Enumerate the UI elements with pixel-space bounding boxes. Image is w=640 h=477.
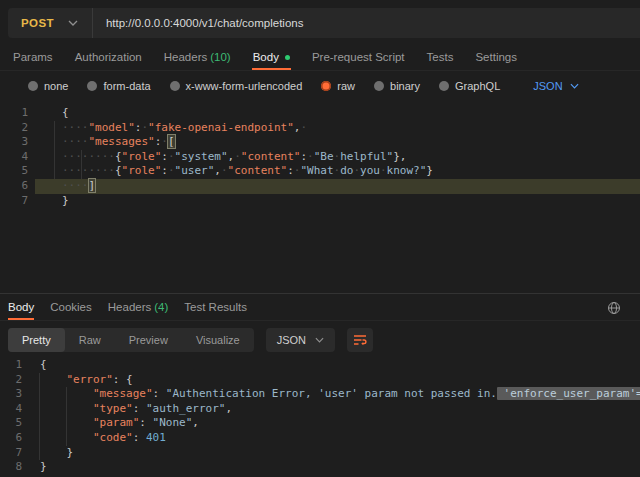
radio-form-data[interactable]: form-data <box>87 80 150 92</box>
radio-binary[interactable]: binary <box>374 80 420 92</box>
response-view-switcher: Pretty Raw Preview Visualize <box>8 328 254 352</box>
line-number: 5 <box>0 164 35 179</box>
request-body-editor[interactable]: 1{2····"model":·"fake-openai-endpoint",·… <box>0 102 640 297</box>
radio-label: form-data <box>103 80 150 92</box>
line-number: 4 <box>0 402 22 417</box>
radio-label: raw <box>337 80 355 92</box>
radio-icon <box>87 81 97 91</box>
code-line: 6 "code": 401 <box>0 431 640 446</box>
wrap-text-icon <box>353 334 367 346</box>
response-format-value: JSON <box>277 334 306 346</box>
tab-params[interactable]: Params <box>2 44 64 70</box>
divider <box>92 8 93 38</box>
line-number: 8 <box>0 460 22 475</box>
view-pretty[interactable]: Pretty <box>8 328 65 352</box>
line-number: 4 <box>0 150 35 165</box>
radio-icon <box>374 81 384 91</box>
tab-body[interactable]: Body <box>242 44 301 70</box>
line-number: 6 <box>0 431 22 446</box>
globe-icon[interactable] <box>606 300 622 316</box>
radio-raw[interactable]: raw <box>321 80 355 92</box>
code-line: 7 } <box>0 446 640 461</box>
radio-graphql[interactable]: GraphQL <box>439 80 500 92</box>
url-input[interactable]: http://0.0.0.0:4000/v1/chat/completions <box>106 17 304 29</box>
tab-response-headers-label: Headers <box>108 301 151 313</box>
tab-body-label: Body <box>253 51 279 63</box>
code-line: 3····"messages":·[ <box>0 135 640 150</box>
line-number: 7 <box>0 194 35 209</box>
view-visualize[interactable]: Visualize <box>182 328 254 352</box>
radio-label: GraphQL <box>455 80 500 92</box>
response-tabs: Body Cookies Headers(4) Test Results <box>0 294 640 321</box>
code-line: 5 "param": "None", <box>0 416 640 431</box>
tab-response-body[interactable]: Body <box>0 294 42 320</box>
response-body-editor[interactable]: 1{2 "error": {3 "message": "Authenticati… <box>0 356 640 477</box>
line-number: 5 <box>0 416 22 431</box>
raw-format-value: JSON <box>533 80 562 92</box>
code-line: 1{ <box>0 358 640 373</box>
code-line: 6····] <box>0 179 640 194</box>
radio-label: x-www-form-urlencoded <box>186 80 303 92</box>
response-headers-count-badge: (4) <box>154 301 168 313</box>
response-view-toolbar: Pretty Raw Preview Visualize JSON <box>8 328 373 352</box>
tab-headers-label: Headers <box>164 51 207 63</box>
code-line: 4 "type": "auth_error", <box>0 402 640 417</box>
tab-authorization[interactable]: Authorization <box>64 44 153 70</box>
request-url-bar: POST http://0.0.0.0:4000/v1/chat/complet… <box>8 8 640 38</box>
code-line: 7} <box>0 194 640 209</box>
code-line: 1{ <box>0 106 640 121</box>
tab-response-headers[interactable]: Headers(4) <box>100 294 177 320</box>
radio-icon <box>439 81 449 91</box>
body-type-options: none form-data x-www-form-urlencoded raw… <box>28 76 579 96</box>
line-number: 6 <box>0 179 35 194</box>
tab-settings[interactable]: Settings <box>464 44 528 70</box>
code-line: 4········{"role":·"system",·"content":·"… <box>0 150 640 165</box>
headers-count-badge: (10) <box>210 51 230 63</box>
radio-x-www-form-urlencoded[interactable]: x-www-form-urlencoded <box>170 80 303 92</box>
line-number: 3 <box>0 387 22 402</box>
radio-none[interactable]: none <box>28 80 68 92</box>
radio-icon <box>28 81 38 91</box>
request-tabs: Params Authorization Headers(10) Body Pr… <box>0 44 640 71</box>
tab-pre-request-script[interactable]: Pre-request Script <box>301 44 416 70</box>
raw-format-dropdown[interactable]: JSON <box>533 80 578 92</box>
method-selector[interactable]: POST <box>8 17 68 29</box>
tab-headers[interactable]: Headers(10) <box>153 44 242 70</box>
chevron-down-icon <box>570 83 579 89</box>
line-number: 1 <box>0 358 22 373</box>
line-number: 1 <box>0 106 35 121</box>
chevron-down-icon[interactable] <box>68 20 78 26</box>
radio-icon-selected <box>321 81 331 91</box>
code-line: 2····"model":·"fake-openai-endpoint",· <box>0 121 640 136</box>
view-raw[interactable]: Raw <box>65 328 115 352</box>
code-line: 8} <box>0 460 640 475</box>
tab-cookies[interactable]: Cookies <box>42 294 100 320</box>
line-number: 2 <box>0 373 22 388</box>
line-number: 3 <box>0 135 35 150</box>
radio-label: binary <box>390 80 420 92</box>
chevron-down-icon <box>315 337 324 343</box>
view-preview[interactable]: Preview <box>115 328 182 352</box>
tab-test-results[interactable]: Test Results <box>176 294 255 320</box>
line-number: 7 <box>0 446 22 461</box>
radio-label: none <box>44 80 68 92</box>
line-number: 2 <box>0 121 35 136</box>
radio-icon <box>170 81 180 91</box>
code-line: 3 "message": "Authentication Error, 'use… <box>0 387 640 402</box>
wrap-text-button[interactable] <box>347 328 373 352</box>
body-modified-dot <box>285 55 290 60</box>
code-line: 5········{"role":·"user",·"content":·"Wh… <box>0 164 640 179</box>
postman-window: { "request_bar": { "method": "POST", "ur… <box>0 0 640 477</box>
tab-tests[interactable]: Tests <box>416 44 465 70</box>
code-line: 2 "error": { <box>0 373 640 388</box>
response-format-dropdown[interactable]: JSON <box>266 328 335 352</box>
